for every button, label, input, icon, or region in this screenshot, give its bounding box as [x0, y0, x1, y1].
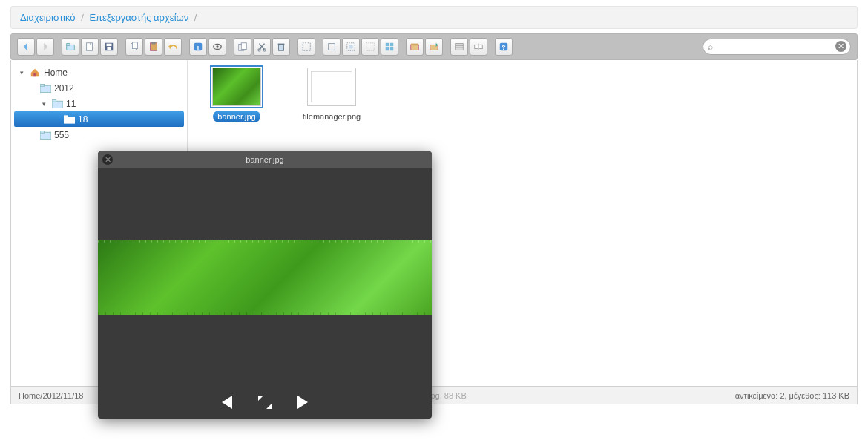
paste-button[interactable]	[145, 38, 162, 56]
file-item-banner[interactable]: banner.jpg	[200, 68, 274, 125]
status-path: Home/2012/11/18	[19, 391, 83, 400]
archive-button[interactable]	[406, 38, 424, 56]
deselect-button[interactable]	[361, 38, 379, 56]
rename-button[interactable]	[470, 38, 487, 56]
permissions-button[interactable]	[450, 38, 468, 56]
tree-label: 555	[54, 130, 69, 140]
tree-label: 11	[66, 99, 76, 109]
preview-image	[98, 240, 432, 315]
toggle-icon[interactable]: ▾	[39, 100, 48, 108]
preview-title-text: banner.jpg	[246, 155, 283, 164]
undo-button[interactable]	[164, 38, 182, 56]
folder-icon	[39, 130, 51, 140]
svg-rect-1	[67, 44, 70, 46]
svg-rect-19	[278, 44, 285, 45]
svg-rect-37	[33, 73, 36, 76]
preview-body	[98, 168, 432, 387]
preview-titlebar[interactable]: ✕ banner.jpg	[98, 151, 432, 168]
newfolder-button[interactable]	[62, 38, 79, 56]
svg-point-13	[216, 45, 219, 48]
close-icon[interactable]: ✕	[102, 154, 113, 165]
select-button[interactable]	[323, 38, 341, 56]
svg-rect-24	[366, 43, 375, 51]
prev-icon[interactable]	[217, 393, 238, 413]
preview-window[interactable]: ✕ banner.jpg	[98, 151, 432, 419]
help-button[interactable]: ?	[495, 38, 513, 56]
tree-label: Home	[44, 68, 68, 78]
file-item-filemanager[interactable]: filemanager.png	[295, 68, 369, 125]
search-icon: ⌕	[708, 42, 713, 52]
status-summary: αντικείμενα: 2, μέγεθος: 113 KB	[735, 391, 849, 400]
svg-rect-32	[456, 44, 464, 50]
svg-rect-43	[64, 115, 68, 117]
svg-rect-39	[40, 84, 45, 86]
next-icon[interactable]	[292, 393, 312, 413]
svg-rect-4	[107, 44, 112, 47]
svg-rect-41	[52, 99, 56, 102]
svg-rect-9	[151, 42, 155, 45]
svg-rect-34	[478, 44, 479, 50]
home-icon	[29, 68, 41, 78]
fullscreen-icon[interactable]	[254, 393, 275, 413]
save-button[interactable]	[100, 38, 118, 56]
folder-icon	[51, 99, 63, 109]
fit-button[interactable]	[297, 38, 315, 56]
duplicate-button[interactable]	[234, 38, 251, 56]
svg-rect-25	[386, 43, 389, 46]
search-clear-icon[interactable]: ✕	[835, 41, 846, 52]
svg-rect-18	[279, 45, 284, 50]
delete-button[interactable]	[272, 38, 290, 56]
svg-rect-30	[411, 44, 419, 46]
breadcrumb-sep: /	[194, 12, 197, 23]
preview-controls	[98, 387, 432, 419]
tree-18[interactable]: 18	[14, 111, 184, 127]
svg-rect-2	[87, 43, 93, 51]
copy-button[interactable]	[125, 38, 143, 56]
file-thumb	[212, 68, 261, 106]
tree-11[interactable]: ▾ 11	[14, 96, 184, 111]
svg-rect-23	[349, 45, 352, 48]
svg-text:i: i	[197, 44, 199, 51]
back-button[interactable]	[17, 38, 35, 56]
svg-rect-5	[107, 47, 111, 50]
breadcrumb-admin[interactable]: Διαχειριστικό	[20, 12, 76, 23]
svg-text:?: ?	[502, 44, 505, 51]
folder-icon	[39, 83, 51, 94]
selectall-button[interactable]	[342, 38, 360, 56]
search-box: ⌕ ✕	[703, 39, 851, 55]
svg-rect-15	[241, 43, 246, 50]
file-thumb	[307, 68, 356, 106]
svg-rect-45	[40, 131, 45, 133]
svg-rect-29	[411, 45, 419, 50]
file-label: filemanager.png	[298, 111, 365, 122]
svg-rect-27	[386, 47, 389, 50]
tree-label: 18	[78, 114, 88, 125]
newfile-button[interactable]	[81, 38, 99, 56]
breadcrumb-page[interactable]: Επεξεργαστής αρχείων	[89, 12, 188, 23]
search-input[interactable]	[703, 39, 851, 55]
tree-home[interactable]: ▾ Home	[14, 65, 184, 80]
cut-button[interactable]	[253, 38, 271, 56]
toggle-icon[interactable]: ▾	[17, 69, 26, 76]
svg-rect-7	[132, 42, 137, 49]
tree-label: 2012	[54, 83, 74, 94]
preview-button[interactable]	[208, 38, 226, 56]
grid-button[interactable]	[381, 38, 398, 56]
forward-button[interactable]	[36, 38, 54, 56]
breadcrumb-sep: /	[81, 12, 84, 23]
breadcrumb: Διαχειριστικό / Επεξεργαστής αρχείων /	[10, 6, 858, 29]
svg-rect-28	[390, 47, 393, 50]
svg-rect-21	[329, 44, 335, 50]
extract-button[interactable]	[425, 38, 443, 56]
tree-2012[interactable]: 2012	[14, 80, 184, 96]
info-button[interactable]: i	[189, 38, 207, 56]
svg-rect-20	[303, 43, 311, 51]
svg-rect-26	[390, 43, 393, 46]
file-label: banner.jpg	[213, 111, 260, 122]
folder-open-icon	[63, 114, 75, 125]
toolbar: i ? ⌕ ✕	[10, 33, 858, 60]
tree-555[interactable]: 555	[14, 127, 184, 142]
svg-rect-42	[64, 117, 75, 123]
